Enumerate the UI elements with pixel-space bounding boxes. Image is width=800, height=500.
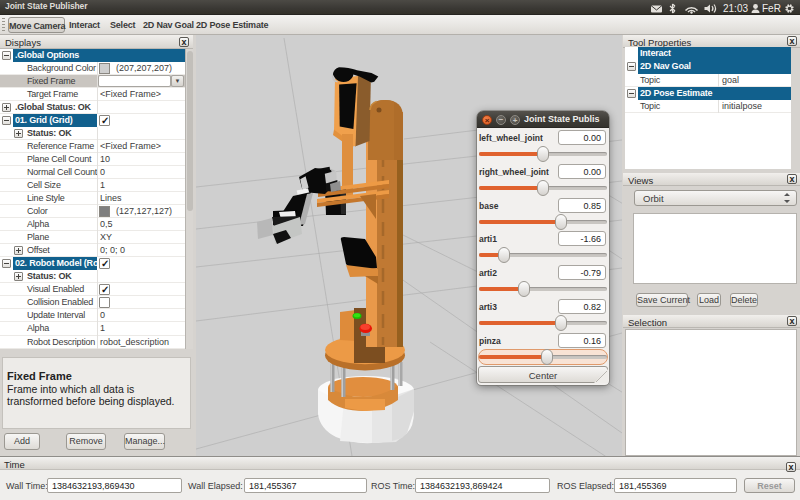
- svg-text:21:03: 21:03: [723, 3, 748, 14]
- svg-text:FeR: FeR: [762, 3, 781, 14]
